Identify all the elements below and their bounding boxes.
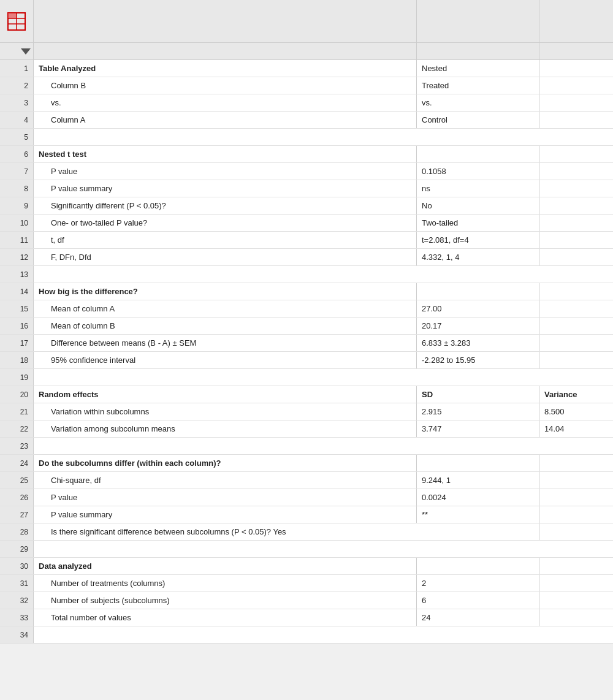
row-number: 4: [0, 112, 34, 128]
cell-a: P value summary: [34, 506, 417, 523]
row-number: 21: [0, 403, 34, 420]
cell-c: [539, 523, 613, 540]
cell-c: [539, 455, 613, 471]
cell-a: Mean of column A: [34, 300, 417, 317]
table-row: 5: [0, 129, 613, 146]
svg-rect-5: [9, 13, 16, 18]
cell-a: Variation within subcolumns: [34, 403, 417, 420]
empty-cell: [34, 266, 613, 283]
table-row: 14 How big is the difference?: [0, 283, 613, 300]
cell-b: [417, 455, 539, 471]
cell-c: 8.500: [539, 403, 613, 420]
cell-b: 4.332, 1, 4: [417, 249, 539, 265]
cell-c: [539, 609, 613, 626]
row-number: 19: [0, 369, 34, 386]
table-grid-icon: [7, 12, 26, 31]
row-number: 33: [0, 609, 34, 626]
cell-b: No: [417, 197, 539, 214]
cell-a: Significantly different (P < 0.05)?: [34, 197, 417, 214]
table-row: 23: [0, 438, 613, 455]
cell-c: [539, 592, 613, 609]
table-row: 20 Random effects SD Variance: [0, 386, 613, 403]
row-number: 26: [0, 489, 34, 506]
cell-a: How big is the difference?: [34, 283, 417, 300]
cell-a: P value summary: [34, 180, 417, 197]
cell-b: [417, 146, 539, 162]
empty-cell: [34, 369, 613, 386]
cell-a: 95% confidence interval: [34, 352, 417, 368]
table-row: 32 Number of subjects (subcolumns) 6: [0, 592, 613, 609]
empty-cell: [34, 438, 613, 454]
cell-a: Mean of column B: [34, 318, 417, 334]
table-row: 8 P value summary ns: [0, 180, 613, 197]
row-number: 17: [0, 335, 34, 351]
cell-a: Do the subcolumns differ (within each co…: [34, 455, 417, 471]
table-row: 30 Data analyzed: [0, 558, 613, 575]
row-number: 28: [0, 523, 34, 540]
cell-c: [539, 300, 613, 317]
cell-c: [539, 575, 613, 592]
cell-b: t=2.081, df=4: [417, 232, 539, 248]
row-number: 8: [0, 180, 34, 197]
table-row: 18 95% confidence interval -2.282 to 15.…: [0, 352, 613, 369]
table-row: 12 F, DFn, Dfd 4.332, 1, 4: [0, 249, 613, 266]
row-number: 24: [0, 455, 34, 471]
cell-c: Variance: [539, 386, 613, 403]
row-number: 18: [0, 352, 34, 368]
sort-triangle-icon: [21, 48, 31, 55]
table-row: 6 Nested t test: [0, 146, 613, 163]
cell-c: [539, 146, 613, 162]
row-number: 29: [0, 541, 34, 557]
row-number: 10: [0, 215, 34, 231]
row-number: 25: [0, 472, 34, 489]
row-number: 2: [0, 77, 34, 94]
row-number: 27: [0, 506, 34, 523]
table-row: 7 P value 0.1058: [0, 163, 613, 180]
row-number: 32: [0, 592, 34, 609]
row-number: 6: [0, 146, 34, 162]
cell-a: F, DFn, Dfd: [34, 249, 417, 265]
cell-a: Data analyzed: [34, 558, 417, 574]
row-number: 31: [0, 575, 34, 592]
table-row: 10 One- or two-tailed P value? Two-taile…: [0, 215, 613, 232]
cell-a: Number of subjects (subcolumns): [34, 592, 417, 609]
table-row: 3 vs. vs.: [0, 94, 613, 112]
cell-c: [539, 249, 613, 265]
spreadsheet-container: 1 Table Analyzed Nested 2 Column B Treat…: [0, 0, 613, 644]
cell-a: Total number of values: [34, 609, 417, 626]
cell-a: Variation among subcolumn means: [34, 420, 417, 437]
table-row: 19: [0, 369, 613, 386]
table-row: 15 Mean of column A 27.00: [0, 300, 613, 318]
cell-c: [539, 77, 613, 94]
table-row: 13: [0, 266, 613, 283]
cell-a: Column B: [34, 77, 417, 94]
main-column-header: [34, 0, 417, 42]
table-row: 21 Variation within subcolumns 2.915 8.5…: [0, 403, 613, 420]
cell-c: [539, 283, 613, 300]
cell-b: 9.244, 1: [417, 472, 539, 489]
col-c-header: [539, 0, 613, 42]
table-row: 25 Chi-square, df 9.244, 1: [0, 472, 613, 489]
cell-c: [539, 60, 613, 77]
table-row: 17 Difference between means (B - A) ± SE…: [0, 335, 613, 352]
cell-b: -2.282 to 15.95: [417, 352, 539, 368]
cell-b: 24: [417, 609, 539, 626]
cell-c: [539, 215, 613, 231]
table-row: 34: [0, 626, 613, 644]
table-row: 29: [0, 541, 613, 558]
cell-c: [539, 506, 613, 523]
table-row: 4 Column A Control: [0, 112, 613, 129]
cell-a: Random effects: [34, 386, 417, 403]
cell-c: [539, 163, 613, 180]
empty-cell: [34, 129, 613, 145]
cell-a: Number of treatments (columns): [34, 575, 417, 592]
table-row: 27 P value summary **: [0, 506, 613, 523]
table-row: 31 Number of treatments (columns) 2: [0, 575, 613, 592]
table-row: 26 P value 0.0024: [0, 489, 613, 506]
cell-a: Table Analyzed: [34, 60, 417, 77]
cell-b: **: [417, 506, 539, 523]
cell-a: Chi-square, df: [34, 472, 417, 489]
cell-b: Nested: [417, 60, 539, 77]
table-row: 1 Table Analyzed Nested: [0, 60, 613, 77]
cell-b: 27.00: [417, 300, 539, 317]
